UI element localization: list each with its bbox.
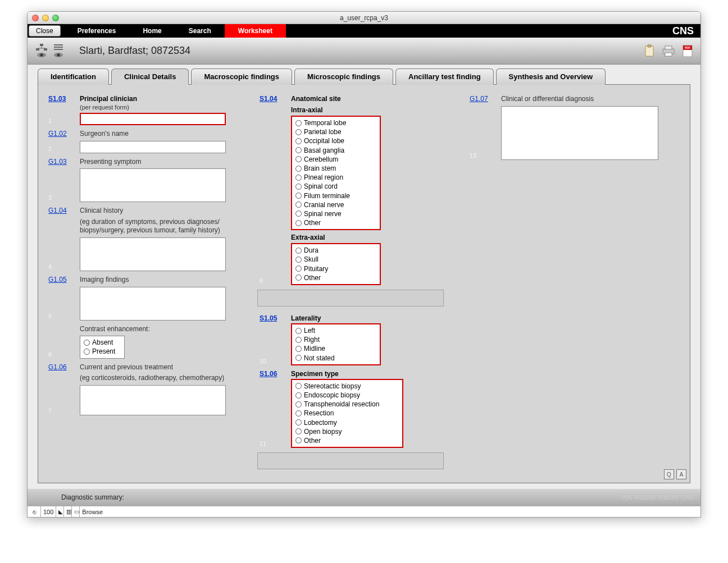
status-icon-2[interactable]: ▥ — [64, 506, 72, 517]
radio-intra-label: Temporal lobe — [304, 118, 346, 127]
svg-rect-3 — [36, 48, 39, 51]
tab-microscopic-findings[interactable]: Microscopic findings — [294, 68, 393, 85]
radio-icon — [295, 175, 302, 181]
tab-synthesis-overview[interactable]: Synthesis and Overview — [496, 68, 606, 85]
tab-identification[interactable]: Identification — [38, 68, 109, 85]
radio-specimen-endoscopic-biopsy[interactable]: Endoscopic biopsy — [295, 391, 399, 400]
tab-ancillary-test-finding[interactable]: Ancillary test finding — [395, 68, 494, 85]
section-contrast-enhancement: Contrast enhancement: Absent Present 6 — [48, 325, 246, 359]
radio-extra-label: Dura — [304, 246, 319, 255]
radio-icon — [295, 383, 302, 389]
printer-icon[interactable] — [661, 44, 676, 58]
radio-specimen-resection[interactable]: Resection — [295, 409, 399, 418]
code-s1-04[interactable]: S1.04 — [260, 95, 285, 103]
code-g1-04[interactable]: G1.04 — [48, 207, 74, 214]
radio-intra-pineal-region[interactable]: Pineal region — [295, 173, 376, 182]
radio-group-intra-axial[interactable]: Temporal lobeParietal lobeOccipital lobe… — [291, 116, 381, 230]
anatomical-site-other-field[interactable] — [257, 290, 444, 306]
radio-intra-spinal-cord[interactable]: Spinal cord — [295, 182, 376, 191]
pdf-export-icon[interactable]: PDF — [680, 44, 695, 58]
radio-group-extra-axial[interactable]: DuraSkullPituitaryOther — [291, 243, 381, 285]
radio-intra-basal-ganglia[interactable]: Basal ganglia — [295, 146, 376, 155]
tab-clinical-details[interactable]: Clinical Details — [111, 68, 189, 85]
minimize-window-icon[interactable] — [42, 15, 49, 21]
view-list-icon[interactable] — [50, 43, 67, 59]
menu-preferences[interactable]: Preferences — [64, 24, 130, 38]
radio-intra-other[interactable]: Other — [295, 218, 376, 227]
radio-intra-parietal-lobe[interactable]: Parietal lobe — [295, 127, 376, 136]
radio-laterality-left[interactable]: Left — [295, 326, 376, 335]
radio-laterality-not-stated[interactable]: Not stated — [295, 354, 376, 363]
textarea-clinical-history[interactable] — [80, 237, 226, 271]
radio-present[interactable]: Present — [84, 347, 121, 356]
radio-extra-pituitary[interactable]: Pituitary — [295, 264, 376, 273]
column-middle: S1.04 Anatomical site Intra-axial Tempor… — [260, 95, 456, 473]
code-g1-03[interactable]: G1.03 — [48, 158, 74, 166]
code-g1-07[interactable]: G1.07 — [470, 95, 495, 103]
code-s1-03[interactable]: S1.03 — [48, 95, 74, 103]
status-nav-icon[interactable]: ⎋ — [29, 506, 41, 517]
radio-icon — [295, 202, 302, 208]
radio-absent[interactable]: Absent — [84, 338, 121, 347]
code-s1-05[interactable]: S1.05 — [260, 314, 285, 322]
radio-intra-label: Cranial nerve — [304, 200, 344, 209]
radio-extra-label: Skull — [304, 255, 319, 264]
radio-intra-cranial-nerve[interactable]: Cranial nerve — [295, 200, 376, 209]
tab-macroscopic-findings[interactable]: Macroscopic findings — [191, 68, 292, 85]
menu-home[interactable]: Home — [129, 24, 175, 38]
radio-specimen-stereotactic-biopsy[interactable]: Stereotactic biopsy — [295, 382, 399, 391]
radio-extra-dura[interactable]: Dura — [295, 246, 376, 255]
corner-q-button[interactable]: Q — [664, 469, 674, 479]
radio-intra-filum-terminale[interactable]: Filum terminale — [295, 191, 376, 200]
code-g1-06[interactable]: G1.06 — [48, 363, 74, 371]
corner-a-button[interactable]: A — [676, 469, 686, 479]
textarea-differential-diagnosis[interactable] — [501, 106, 658, 160]
textarea-presenting-symptom[interactable] — [80, 168, 226, 202]
radio-laterality-midline[interactable]: Midline — [295, 344, 376, 353]
close-window-icon[interactable] — [32, 15, 39, 21]
radio-intra-brain-stem[interactable]: Brain stem — [295, 164, 376, 173]
radio-specimen-open-biopsy[interactable]: Open biopsy — [295, 427, 399, 436]
radio-icon — [295, 337, 302, 343]
close-button[interactable]: Close — [29, 25, 61, 36]
radio-extra-other[interactable]: Other — [295, 273, 376, 282]
status-icon-1[interactable]: ◣ — [56, 506, 64, 517]
input-surgeons-name[interactable] — [80, 141, 226, 153]
input-principal-clinician[interactable] — [80, 113, 226, 125]
specimen-type-other-field[interactable] — [257, 452, 444, 469]
radio-specimen-lobectomy[interactable]: Lobectomy — [295, 418, 399, 427]
code-s1-06[interactable]: S1.06 — [260, 370, 285, 378]
radio-intra-label: Spinal nerve — [304, 209, 342, 218]
svg-rect-4 — [44, 48, 47, 51]
menu-worksheet[interactable]: Worksheet — [225, 24, 286, 38]
zoom-window-icon[interactable] — [52, 15, 59, 21]
textarea-imaging-findings[interactable] — [80, 287, 226, 321]
radio-contrast-enhancement[interactable]: Absent Present — [80, 336, 125, 358]
code-g1-05[interactable]: G1.05 — [48, 276, 74, 283]
svg-rect-13 — [648, 45, 651, 47]
textarea-treatment[interactable] — [80, 385, 226, 415]
radio-group-specimen-type[interactable]: Stereotactic biopsyEndoscopic biopsyTran… — [291, 379, 403, 448]
menu-search[interactable]: Search — [175, 24, 225, 38]
radio-group-laterality[interactable]: LeftRightMidlineNot stated — [291, 323, 381, 365]
radio-intra-cerebellum[interactable]: Cerebellum — [295, 155, 376, 164]
radio-intra-spinal-nerve[interactable]: Spinal nerve — [295, 209, 376, 218]
radio-intra-label: Basal ganglia — [304, 146, 344, 155]
radio-specimen-transphenoidal-resection[interactable]: Transphenoidal resection — [295, 400, 399, 409]
radio-specimen-other[interactable]: Other — [295, 436, 399, 445]
view-tree-icon[interactable] — [33, 43, 50, 59]
radio-icon — [295, 248, 302, 254]
radio-extra-skull[interactable]: Skull — [295, 255, 376, 264]
radio-laterality-right[interactable]: Right — [295, 335, 376, 344]
status-zoom[interactable]: 100 — [41, 506, 56, 517]
radio-intra-occipital-lobe[interactable]: Occipital lobe — [295, 136, 376, 145]
code-g1-02[interactable]: G1.02 — [48, 130, 74, 138]
status-icon-3[interactable]: ▭ — [72, 506, 80, 517]
radio-present-label: Present — [92, 347, 115, 356]
corner-buttons: Q A — [664, 469, 686, 479]
index-5: 5 — [48, 313, 52, 319]
radio-icon — [295, 437, 302, 443]
radio-intra-temporal-lobe[interactable]: Temporal lobe — [295, 118, 376, 127]
clipboard-icon[interactable] — [642, 44, 657, 58]
radio-laterality-label: Not stated — [304, 354, 335, 363]
